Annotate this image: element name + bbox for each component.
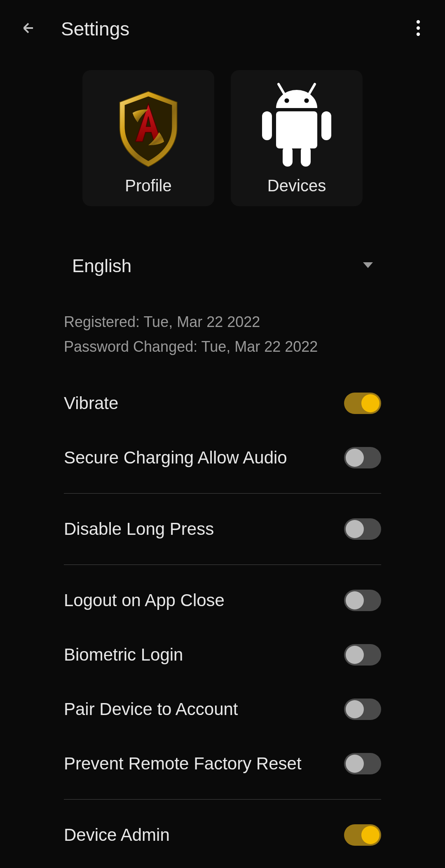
biometric-login-row: Biometric Login — [64, 628, 381, 682]
divider — [64, 493, 381, 494]
divider — [64, 799, 381, 800]
nav-cards: Profile Devices — [0, 70, 445, 206]
prevent-remote-reset-label: Prevent Remote Factory Reset — [64, 754, 302, 774]
disable-long-press-toggle[interactable] — [344, 518, 381, 540]
secure-charging-row: Secure Charging Allow Audio — [64, 430, 381, 485]
secure-charging-label: Secure Charging Allow Audio — [64, 448, 287, 468]
prevent-remote-reset-row: Prevent Remote Factory Reset — [64, 736, 381, 791]
device-admin-row: Device Admin — [64, 808, 381, 862]
logout-on-close-label: Logout on App Close — [64, 590, 225, 610]
svg-rect-8 — [262, 111, 272, 140]
pair-device-label: Pair Device to Account — [64, 699, 238, 719]
svg-point-5 — [284, 98, 289, 103]
toggle-section: Vibrate Secure Charging Allow Audio Disa… — [64, 376, 381, 868]
secure-charging-toggle[interactable] — [344, 447, 381, 468]
registered-info: Registered: Tue, Mar 22 2022 — [64, 313, 381, 331]
svg-rect-9 — [321, 111, 331, 140]
settings-content: English Registered: Tue, Mar 22 2022 Pas… — [0, 247, 445, 868]
biometric-login-toggle[interactable] — [344, 644, 381, 666]
vibrate-toggle[interactable] — [344, 393, 381, 414]
svg-point-6 — [304, 98, 309, 103]
svg-rect-11 — [301, 146, 311, 167]
svg-rect-10 — [283, 146, 293, 167]
svg-line-3 — [279, 84, 284, 94]
more-menu-icon[interactable] — [412, 16, 424, 42]
pair-device-toggle[interactable] — [344, 699, 381, 720]
logout-on-close-toggle[interactable] — [344, 590, 381, 611]
vibrate-label: Vibrate — [64, 393, 118, 413]
svg-point-0 — [417, 20, 420, 24]
svg-line-4 — [309, 84, 315, 94]
app-header: Settings — [0, 0, 445, 58]
android-robot-icon — [249, 82, 344, 176]
password-changed-info: Password Changed: Tue, Mar 22 2022 — [64, 338, 381, 355]
disable-long-press-label: Disable Long Press — [64, 519, 214, 539]
profile-card-label: Profile — [125, 176, 171, 195]
device-admin-toggle[interactable] — [344, 824, 381, 846]
disable-long-press-row: Disable Long Press — [64, 502, 381, 556]
language-selector[interactable]: English — [64, 247, 381, 285]
divider — [64, 565, 381, 565]
page-title: Settings — [61, 18, 129, 40]
owner-row: Owner — [64, 862, 381, 868]
devices-card-label: Devices — [267, 176, 326, 195]
svg-point-2 — [417, 33, 420, 36]
biometric-login-label: Biometric Login — [64, 645, 183, 665]
svg-rect-7 — [276, 111, 317, 148]
device-admin-label: Device Admin — [64, 825, 170, 845]
chevron-down-icon — [363, 262, 373, 270]
vibrate-row: Vibrate — [64, 376, 381, 430]
svg-point-1 — [417, 26, 420, 30]
language-value: English — [72, 256, 131, 276]
pair-device-row: Pair Device to Account — [64, 682, 381, 736]
profile-card[interactable]: Profile — [82, 70, 214, 206]
account-info: Registered: Tue, Mar 22 2022 Password Ch… — [64, 313, 381, 355]
prevent-remote-reset-toggle[interactable] — [344, 753, 381, 774]
devices-card[interactable]: Devices — [231, 70, 363, 206]
logout-on-close-row: Logout on App Close — [64, 573, 381, 628]
profile-shield-icon — [101, 82, 196, 176]
back-arrow-icon[interactable] — [16, 16, 40, 42]
